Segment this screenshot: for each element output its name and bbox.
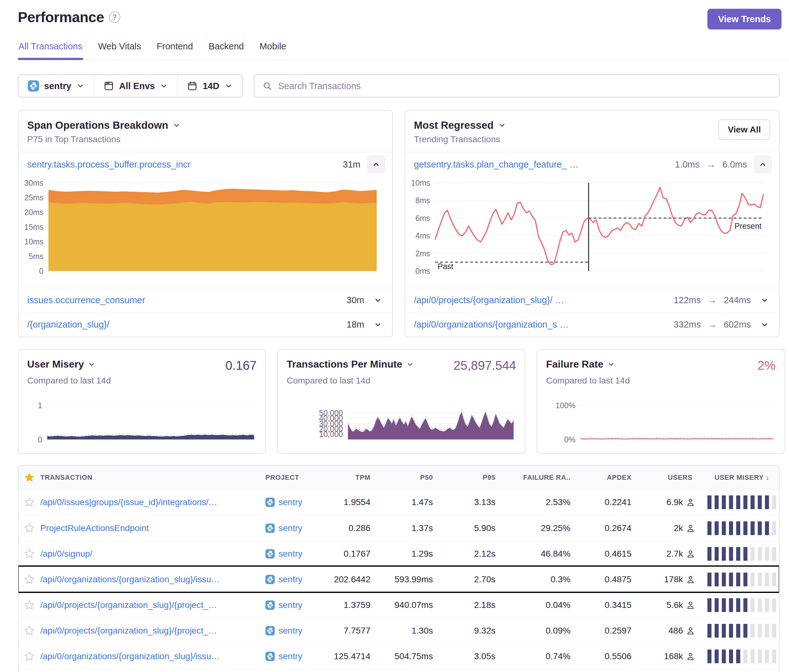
tpm-card: Transactions Per Minute 25,897.544 Compa… <box>277 349 525 454</box>
tpm-cell: 202.6442 <box>328 575 381 584</box>
arrow-right-icon: → <box>708 319 717 330</box>
most-regressed-title-dropdown[interactable]: Most Regressed <box>414 120 506 131</box>
misery-bar <box>772 624 776 638</box>
column-header-apdex[interactable]: APDEX <box>581 474 642 482</box>
failure-rate-cell: 2.53% <box>506 497 581 507</box>
favorite-star-cell[interactable] <box>18 548 40 559</box>
expand-button[interactable] <box>371 294 385 307</box>
apdex-cell: 0.5506 <box>581 651 642 661</box>
expand-button[interactable] <box>371 318 385 332</box>
column-header-transaction[interactable]: TRANSACTION <box>40 474 265 482</box>
environment-selector[interactable]: All Envs <box>94 75 177 97</box>
date-range-selector[interactable]: 14D <box>177 75 242 97</box>
failure-rate-cell: 0.3% <box>506 575 581 584</box>
python-project-icon <box>265 652 275 661</box>
favorite-star-cell[interactable] <box>18 523 40 534</box>
column-header-project[interactable]: PROJECT <box>265 474 328 482</box>
transaction-link[interactable]: /api/0/projects/{organization_slug}/ … <box>414 295 564 305</box>
star-icon[interactable] <box>24 548 35 559</box>
user-misery-dropdown[interactable]: User Misery <box>27 359 95 370</box>
collapse-button[interactable] <box>754 156 771 173</box>
column-header-users[interactable]: USERS <box>642 474 703 482</box>
project-link[interactable]: sentry <box>278 626 302 636</box>
key-transactions-star-header[interactable] <box>18 472 40 484</box>
tab-backend[interactable]: Backend <box>208 41 244 60</box>
help-icon[interactable]: ? <box>109 11 120 23</box>
failure-rate-cell: 29.25% <box>506 523 581 533</box>
tab-all-transactions[interactable]: All Transactions <box>18 41 83 60</box>
star-icon[interactable] <box>24 574 35 585</box>
transaction-link[interactable]: issues.occurrence_consumer <box>27 295 145 305</box>
view-trends-button[interactable]: View Trends <box>708 9 781 29</box>
star-icon[interactable] <box>24 523 35 534</box>
column-header-failure-ra-[interactable]: FAILURE RA.. <box>506 474 581 482</box>
transaction-link[interactable]: /api/0/issues|groups/{issue_id}/integrat… <box>40 497 265 507</box>
misery-bar <box>736 624 740 638</box>
accordion-row: /{organization_slug}/18m <box>18 312 392 337</box>
chevron-down-icon <box>760 321 769 329</box>
misery-bar <box>736 521 740 535</box>
star-icon[interactable] <box>24 651 35 662</box>
tpm-dropdown[interactable]: Transactions Per Minute <box>287 359 414 370</box>
column-header-tpm[interactable]: TPM <box>328 474 381 482</box>
misery-bar <box>729 573 733 586</box>
misery-bar <box>751 521 755 535</box>
table-row: /api/0/issues|groups/{issue_id}/integrat… <box>18 490 779 515</box>
view-all-button[interactable]: View All <box>718 120 770 140</box>
expand-button[interactable] <box>758 294 771 307</box>
failure-rate-dropdown[interactable]: Failure Rate <box>546 359 615 370</box>
duration-value: 31m <box>343 160 361 170</box>
python-project-icon <box>265 498 275 507</box>
project-link[interactable]: sentry <box>278 497 302 507</box>
transaction-cell: /api/0/signup/ <box>40 549 265 559</box>
misery-bar <box>729 598 733 612</box>
transaction-link[interactable]: /api/0/projects/{organization_slug}/{pro… <box>40 600 265 610</box>
search-input[interactable] <box>278 81 771 92</box>
user-icon <box>686 575 695 584</box>
column-header-user-misery[interactable]: USER MISERY ↓ <box>703 474 779 482</box>
tpm-cell: 125.4714 <box>328 651 381 661</box>
transaction-link[interactable]: /api/0/organizations/{organization_s … <box>414 319 569 330</box>
column-header-p95[interactable]: P95 <box>444 474 506 482</box>
svg-text:2ms: 2ms <box>415 249 430 258</box>
favorite-star-cell[interactable] <box>18 574 40 585</box>
favorite-star-cell[interactable] <box>18 651 40 662</box>
misery-bar <box>765 573 769 586</box>
star-icon[interactable] <box>24 625 35 636</box>
project-link[interactable]: sentry <box>278 600 302 610</box>
project-link[interactable]: sentry <box>278 523 302 533</box>
transaction-link[interactable]: ProjectRuleActionsEndpoint <box>40 523 265 533</box>
column-header-p50[interactable]: P50 <box>381 474 444 482</box>
favorite-star-cell[interactable] <box>18 625 40 636</box>
card-subtitle: Compared to last 14d <box>27 376 257 386</box>
tab-web-vitals[interactable]: Web Vitals <box>97 41 142 60</box>
expand-button[interactable] <box>758 318 771 332</box>
project-selector[interactable]: sentry <box>18 75 94 97</box>
favorite-star-cell[interactable] <box>18 600 40 611</box>
tab-frontend[interactable]: Frontend <box>156 41 193 60</box>
chevron-up-icon <box>372 160 380 168</box>
search-transactions-box <box>254 74 779 97</box>
transaction-link[interactable]: /api/0/organizations/{organization_slug}… <box>40 575 265 584</box>
project-link[interactable]: sentry <box>278 651 302 661</box>
collapse-button[interactable] <box>367 156 385 173</box>
transaction-link[interactable]: getsentry.tasks.plan_change_feature_ … <box>414 160 579 170</box>
project-link[interactable]: sentry <box>278 575 302 584</box>
favorite-star-cell[interactable] <box>18 496 40 508</box>
span-operations-panel: Span Operations Breakdown P75 in Top Tra… <box>18 110 393 337</box>
star-icon[interactable] <box>24 496 35 508</box>
transaction-link[interactable]: /api/0/projects/{organization_slug}/{pro… <box>40 626 265 636</box>
project-cell: sentry <box>265 575 328 584</box>
project-cell: sentry <box>265 549 328 559</box>
star-icon[interactable] <box>24 472 35 484</box>
tab-mobile[interactable]: Mobile <box>259 41 287 60</box>
transaction-link[interactable]: /api/0/signup/ <box>40 549 265 559</box>
span-ops-title-dropdown[interactable]: Span Operations Breakdown <box>27 120 180 131</box>
project-link[interactable]: sentry <box>278 549 302 559</box>
transaction-link[interactable]: /{organization_slug}/ <box>27 319 109 330</box>
transaction-link[interactable]: /api/0/organizations/{organization_slug}… <box>40 651 265 661</box>
chevron-down-icon <box>374 296 382 305</box>
svg-text:0: 0 <box>38 435 42 444</box>
transaction-link[interactable]: sentry.tasks.process_buffer.process_incr <box>27 160 191 170</box>
star-icon[interactable] <box>24 600 35 611</box>
